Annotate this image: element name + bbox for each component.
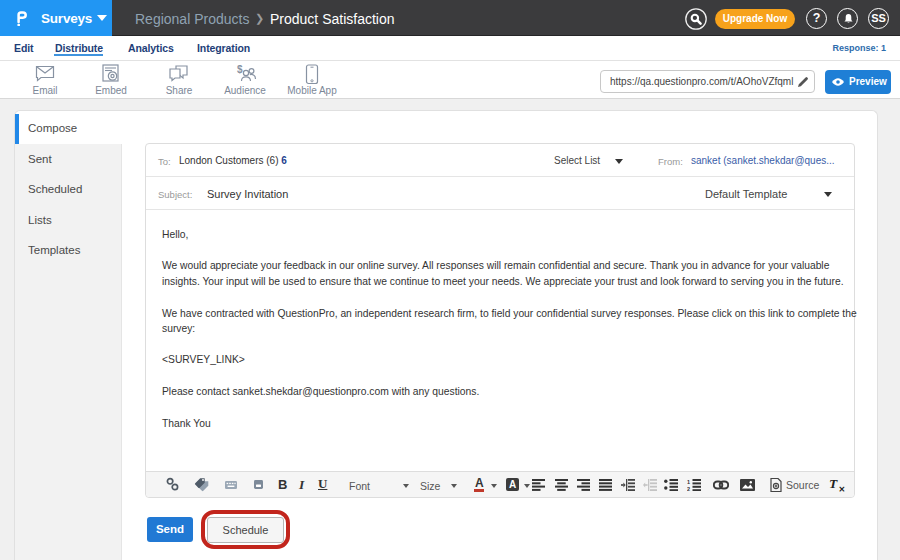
svg-text:1: 1 [687,479,690,485]
svg-text:2: 2 [687,486,690,491]
svg-text:$: $ [237,64,243,75]
